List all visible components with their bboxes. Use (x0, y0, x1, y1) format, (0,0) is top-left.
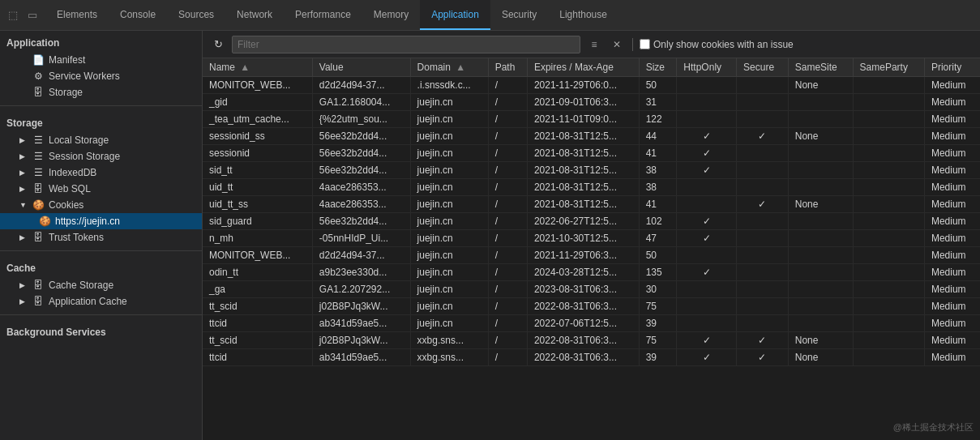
tab-performance[interactable]: Performance (284, 0, 362, 30)
tab-sources[interactable]: Sources (167, 0, 225, 30)
tab-application[interactable]: Application (420, 0, 490, 30)
col-header-domain[interactable]: Domain ▲ (410, 58, 488, 77)
col-header-samesite[interactable]: SameSite (788, 58, 853, 77)
table-row[interactable]: sessionid_ss56ee32b2dd4...juejin.cn/2021… (203, 128, 980, 145)
sidebar-item-local-storage[interactable]: ▶☰Local Storage (0, 132, 202, 148)
top-bar-icons: ⬚ ▭ (0, 7, 45, 23)
table-row[interactable]: _tea_utm_cache...{%22utm_sou...juejin.cn… (203, 111, 980, 128)
table-row[interactable]: sid_tt56ee32b2dd4...juejin.cn/2021-08-31… (203, 162, 980, 179)
cell-path: / (488, 349, 527, 366)
table-row[interactable]: ttcidab341d59ae5...xxbg.sns.../2022-08-3… (203, 349, 980, 366)
table-row[interactable]: sid_guard56ee32b2dd4...juejin.cn/2022-06… (203, 213, 980, 230)
col-header-priority[interactable]: Priority (924, 58, 980, 77)
cookie-table-container: Name ▲ValueDomain ▲PathExpires / Max-Age… (203, 58, 980, 440)
sidebar-item-icon: ☰ (32, 135, 44, 146)
filter-input[interactable] (232, 36, 580, 53)
cell-domain: juejin.cn (410, 298, 488, 315)
cell-size: 50 (639, 77, 677, 94)
table-row[interactable]: tt_scidj02B8PJq3kW...xxbg.sns.../2022-08… (203, 332, 980, 349)
sidebar-item-https-juejin-cn[interactable]: 🍪https://juejin.cn (0, 213, 202, 229)
sidebar-section-background-services: Background Services (0, 320, 202, 341)
sidebar-item-icon: 🗄 (32, 232, 44, 243)
tab-memory[interactable]: Memory (362, 0, 420, 30)
col-header-expires[interactable]: Expires / Max-Age (527, 58, 639, 77)
tab-security[interactable]: Security (490, 0, 548, 30)
sidebar-item-web-sql[interactable]: ▶🗄Web SQL (0, 181, 202, 197)
cell-samesite (788, 264, 853, 281)
expand-arrow: ▶ (19, 233, 28, 241)
table-row[interactable]: _gaGA1.2.207292...juejin.cn/2023-08-31T0… (203, 281, 980, 298)
col-header-value[interactable]: Value (312, 58, 410, 77)
cell-priority: Medium (924, 349, 980, 366)
inspect-icon[interactable]: ⬚ (5, 7, 21, 23)
col-header-name[interactable]: Name ▲ (203, 58, 312, 77)
sidebar-item-label: https://juejin.cn (55, 216, 120, 227)
watermark: @稀土掘金技术社区 (893, 421, 974, 434)
cell-value: 56ee32b2dd4... (312, 128, 410, 145)
table-row[interactable]: sessionid56ee32b2dd4...juejin.cn/2021-08… (203, 145, 980, 162)
expand-arrow: ▼ (19, 201, 28, 209)
cell-httponly: ✓ (677, 128, 737, 145)
refresh-button[interactable]: ↻ (209, 36, 227, 53)
table-row[interactable]: uid_tt4aace286353...juejin.cn/2021-08-31… (203, 179, 980, 196)
cell-secure (737, 213, 789, 230)
cell-domain: xxbg.sns... (410, 349, 488, 366)
issue-filter-checkbox[interactable] (640, 39, 650, 49)
cell-value: j02B8PJq3kW... (312, 332, 410, 349)
sidebar-item-session-storage[interactable]: ▶☰Session Storage (0, 148, 202, 164)
col-header-path[interactable]: Path (488, 58, 527, 77)
cell-value: ab341d59ae5... (312, 349, 410, 366)
table-row[interactable]: n_mh-05nnHIdP_Ui...juejin.cn/2021-10-30T… (203, 230, 980, 247)
tab-elements[interactable]: Elements (45, 0, 109, 30)
cell-httponly: ✓ (677, 349, 737, 366)
cell-sameparty (853, 94, 924, 111)
sidebar-item-storage[interactable]: 🗄Storage (0, 84, 202, 100)
col-header-size[interactable]: Size (639, 58, 677, 77)
cell-priority: Medium (924, 77, 980, 94)
sidebar-item-cookies[interactable]: ▼🍪Cookies (0, 197, 202, 213)
sidebar-item-application-cache[interactable]: ▶🗄Application Cache (0, 293, 202, 310)
sidebar-item-trust-tokens[interactable]: ▶🗄Trust Tokens (0, 229, 202, 246)
sidebar-item-indexeddb[interactable]: ▶☰IndexedDB (0, 164, 202, 181)
cell-samesite: None (788, 349, 853, 366)
cell-path: / (488, 281, 527, 298)
cell-size: 41 (639, 196, 677, 213)
cell-priority: Medium (924, 332, 980, 349)
table-row[interactable]: uid_tt_ss4aace286353...juejin.cn/2021-08… (203, 196, 980, 213)
table-row[interactable]: _gidGA1.2.168004...juejin.cn/2021-09-01T… (203, 94, 980, 111)
col-header-sameparty[interactable]: SameParty (853, 58, 924, 77)
issue-filter-checkbox-label[interactable]: Only show cookies with an issue (640, 39, 794, 50)
table-body: MONITOR_WEB...d2d24d94-37....i.snssdk.c.… (203, 77, 980, 366)
tab-console[interactable]: Console (109, 0, 167, 30)
cell-name: tt_scid (203, 298, 312, 315)
sidebar-item-service-workers[interactable]: ⚙Service Workers (0, 68, 202, 84)
col-header-secure[interactable]: Secure (737, 58, 789, 77)
table-row[interactable]: odin_tta9b23ee330d...juejin.cn/2024-03-2… (203, 264, 980, 281)
table-row[interactable]: MONITOR_WEB...d2d24d94-37....i.snssdk.c.… (203, 77, 980, 94)
filter-options-icon[interactable]: ≡ (585, 36, 603, 53)
clear-filter-icon[interactable]: ✕ (608, 36, 626, 53)
cell-size: 75 (639, 298, 677, 315)
sidebar-divider (0, 314, 202, 315)
cell-samesite: None (788, 196, 853, 213)
top-bar: ⬚ ▭ ElementsConsoleSourcesNetworkPerform… (0, 0, 980, 31)
cell-domain: juejin.cn (410, 315, 488, 332)
table-row[interactable]: MONITOR_WEB...d2d24d94-37...juejin.cn/20… (203, 247, 980, 264)
device-icon[interactable]: ▭ (24, 7, 41, 23)
tab-lighthouse[interactable]: Lighthouse (548, 0, 618, 30)
sidebar-item-label: Manifest (49, 54, 85, 66)
table-row[interactable]: ttcidab341d59ae5...juejin.cn/2022-07-06T… (203, 315, 980, 332)
sidebar-item-manifest[interactable]: 📄Manifest (0, 52, 202, 68)
expand-arrow: ▶ (19, 297, 28, 305)
cell-name: _ga (203, 281, 312, 298)
cell-size: 38 (639, 179, 677, 196)
sidebar-item-cache-storage[interactable]: ▶🗄Cache Storage (0, 277, 202, 293)
col-header-httponly[interactable]: HttpOnly (677, 58, 737, 77)
cell-priority: Medium (924, 162, 980, 179)
table-row[interactable]: tt_scidj02B8PJq3kW...juejin.cn/2022-08-3… (203, 298, 980, 315)
cell-sameparty (853, 145, 924, 162)
cell-path: / (488, 264, 527, 281)
cell-priority: Medium (924, 281, 980, 298)
tab-network[interactable]: Network (225, 0, 284, 30)
cell-value: d2d24d94-37... (312, 247, 410, 264)
